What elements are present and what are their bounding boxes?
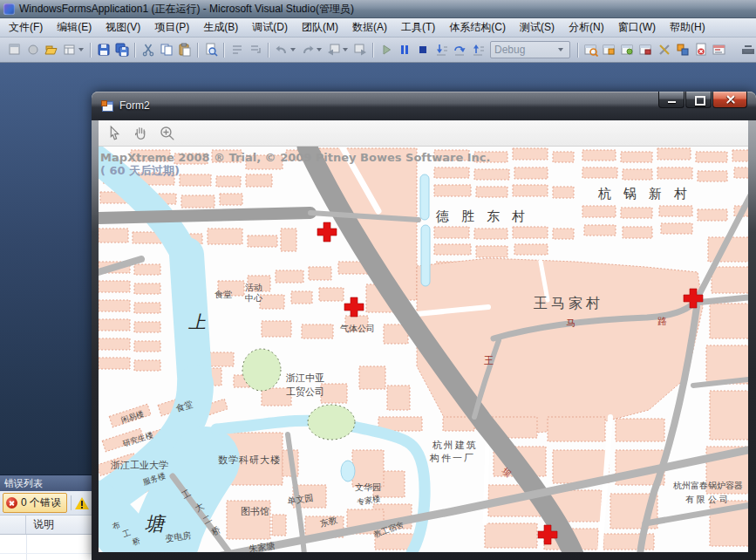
cut-icon[interactable] (139, 41, 157, 59)
step-out-icon[interactable] (468, 41, 487, 59)
menu-item-10[interactable]: 测试(S) (513, 17, 562, 38)
menu-item-5[interactable]: 调试(D) (245, 17, 295, 38)
map-label: 气体公司 (340, 324, 375, 333)
toolbar-separator (134, 43, 135, 58)
error-list-panel: 错误列表 0 个错误 说明 (0, 475, 99, 560)
dropdown-caret-icon[interactable] (290, 48, 296, 51)
map-label: 有限公司 (685, 495, 731, 504)
start-debug-icon[interactable] (377, 41, 395, 59)
undo-icon[interactable] (272, 41, 290, 59)
map-label: 王 (484, 355, 494, 366)
window-layout-icon[interactable] (60, 41, 78, 59)
maximize-button[interactable] (685, 92, 712, 108)
form2-window: Form2 (92, 92, 756, 560)
menubar: 文件(F)编辑(E)视图(V)项目(P)生成(B)调试(D)团队(M)数据(A)… (0, 18, 756, 38)
menu-item-12[interactable]: 窗口(W) (611, 17, 663, 38)
map-label: 王马家村 (534, 295, 603, 311)
uncomment-lines-icon[interactable] (246, 41, 264, 59)
form2-titlebar[interactable]: Form2 (92, 92, 756, 120)
grid-corner-cell (0, 516, 26, 534)
map-label: 文华园 (355, 482, 381, 492)
close-button[interactable] (712, 92, 747, 108)
map-label: 上 (188, 311, 206, 332)
team-explorer-icon[interactable] (637, 41, 655, 59)
step-over-icon[interactable] (450, 41, 468, 59)
menu-item-13[interactable]: 帮助(H) (663, 17, 712, 38)
toolbar-separator (268, 43, 269, 58)
debug-configuration-select[interactable]: Debug (490, 41, 570, 58)
command-window-icon[interactable] (710, 41, 728, 59)
error-list-toolbar: 0 个错误 (0, 491, 99, 516)
map-label: 浙江中亚 (286, 372, 324, 384)
menu-item-8[interactable]: 工具(T) (394, 17, 442, 38)
object-browser-icon[interactable] (618, 41, 637, 59)
map-label: 塘 (145, 513, 167, 535)
map-label: 中心 (245, 293, 263, 303)
minimize-button[interactable] (658, 92, 684, 108)
menu-item-4[interactable]: 生成(B) (196, 17, 245, 38)
map-label: 图书馆 (241, 506, 269, 517)
vs-titlebar[interactable]: WindowsFormsApplication1 (正在运行) - Micros… (0, 0, 756, 18)
visual-studio-icon (3, 3, 15, 15)
dropdown-caret-icon[interactable] (78, 48, 84, 51)
map-label: 浙江工业大学 (111, 460, 168, 471)
zoom-in-tool-button[interactable] (156, 123, 177, 144)
standard-toolbar: Debug (0, 38, 756, 63)
menu-item-7[interactable]: 数据(A) (345, 17, 394, 38)
menu-item-11[interactable]: 分析(N) (562, 17, 611, 38)
error-grid (0, 535, 99, 560)
tools-options-icon[interactable] (655, 41, 673, 59)
map-label: MapXtreme 2008 ® Trial, © 2009 Pitney Bo… (100, 151, 490, 164)
map-label: 马 (566, 318, 576, 329)
error-list-title: 错误列表 (0, 475, 99, 491)
dropdown-caret-icon[interactable] (343, 48, 348, 51)
menu-item-1[interactable]: 编辑(E) (50, 17, 99, 38)
warning-icon[interactable] (75, 497, 89, 509)
map-label: 构件一厂 (429, 453, 475, 464)
stop-debug-icon[interactable] (413, 41, 432, 59)
properties-window-icon[interactable] (600, 41, 618, 59)
menu-item-9[interactable]: 体系结构(C) (442, 17, 513, 38)
comment-lines-icon[interactable] (228, 41, 246, 59)
screen: WindowsFormsApplication1 (正在运行) - Micros… (0, 0, 756, 560)
errors-filter-button[interactable]: 0 个错误 (3, 493, 67, 513)
map-label: 路 (657, 316, 667, 327)
open-file-icon[interactable] (42, 41, 60, 59)
toolbar-separator (372, 43, 373, 58)
window-title: WindowsFormsApplication1 (正在运行) - Micros… (19, 2, 354, 17)
menu-item-6[interactable]: 团队(M) (295, 17, 345, 38)
add-item-icon[interactable] (24, 41, 42, 59)
paste-icon[interactable] (175, 41, 194, 59)
navigate-forward-icon[interactable] (351, 41, 369, 59)
dropdown-caret-icon (558, 48, 563, 51)
save-icon[interactable] (94, 41, 112, 59)
map-label: 食堂 (215, 290, 232, 299)
redo-icon[interactable] (298, 41, 317, 59)
select-tool-button[interactable] (104, 123, 125, 144)
pan-tool-button[interactable] (130, 123, 151, 144)
navigate-back-icon[interactable] (324, 41, 343, 59)
form2-client-area: MapXtreme 2008 ® Trial, © 2009 Pitney Bo… (99, 120, 748, 552)
menu-item-0[interactable]: 文件(F) (2, 17, 50, 38)
step-into-icon[interactable] (432, 41, 450, 59)
map-label: ( 60 天后过期) (100, 164, 180, 177)
description-column-header[interactable]: 说明 (26, 517, 54, 532)
find-in-files-icon[interactable] (201, 41, 220, 59)
class-view-icon[interactable] (673, 41, 691, 59)
save-all-icon[interactable] (112, 41, 131, 59)
break-all-icon[interactable] (395, 41, 413, 59)
map-canvas[interactable]: MapXtreme 2008 ® Trial, © 2009 Pitney Bo… (99, 147, 748, 552)
new-window-icon[interactable] (5, 41, 24, 59)
toolbar-overflow-button[interactable] (742, 45, 754, 54)
map-label: 杭州建筑 (432, 440, 478, 451)
error-list-icon[interactable] (691, 41, 710, 59)
menu-item-2[interactable]: 视图(V) (99, 17, 147, 38)
toolbar-separator (223, 43, 224, 58)
dropdown-caret-icon[interactable] (317, 48, 322, 51)
copy-icon[interactable] (157, 41, 175, 59)
toolbar-separator (197, 43, 198, 58)
map-label: 数学科研大楼 (218, 454, 281, 466)
solution-explorer-icon[interactable] (582, 41, 600, 59)
menu-item-3[interactable]: 项目(P) (147, 17, 196, 38)
toolbar-separator (71, 495, 72, 510)
